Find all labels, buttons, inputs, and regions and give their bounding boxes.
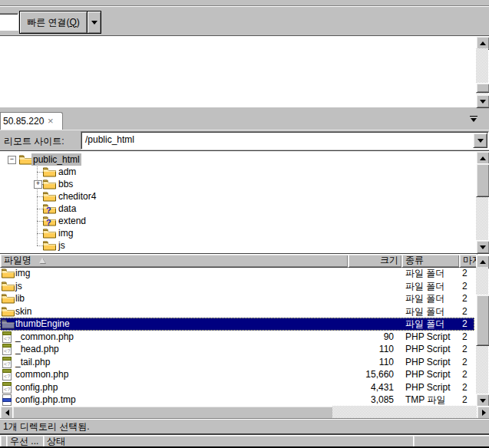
file-row-js[interactable]: js파일 폴더2 [0,280,474,293]
scrollbar-thumb[interactable] [476,295,489,346]
tree-item-label: adm [57,166,78,178]
tmp-file-icon [2,394,15,406]
file-list-rows: img파일 폴더2js파일 폴더2lib파일 폴더2skin파일 폴더2thum… [0,267,476,406]
quick-connect-dropdown-button[interactable] [87,11,101,34]
file-row-common.php[interactable]: <?common.php15,660PHP Script2 [0,368,474,381]
folder-icon [2,293,15,305]
tree-scrollbar[interactable] [476,151,488,252]
file-type: TMP 파일 [405,394,445,406]
folder-icon [43,191,56,202]
scroll-down-button[interactable] [476,240,489,254]
file-modified: 2 [462,305,474,318]
tab-close-icon[interactable]: × [48,115,54,127]
file-list-hscrollbar[interactable] [0,406,489,418]
file-name: _head.php [15,343,59,356]
file-row-config.php.tmp[interactable]: config.php.tmp3,085TMP 파일2 [0,394,474,406]
file-row-_tail.php[interactable]: <?_tail.php110PHP Script2 [0,356,474,369]
tree-connector-stub [37,196,43,197]
scrollbar-track[interactable] [332,406,477,418]
toolbar-separator [0,5,489,7]
arrow-down-icon [480,100,486,104]
folder-icon [19,154,32,165]
tree-item-label: img [57,227,74,239]
svg-text:<?: <? [4,361,10,367]
folder-icon [43,240,56,251]
php-file-icon: <? [2,344,15,355]
remote-site-path: /public_html [85,134,134,145]
sort-ascending-icon [39,258,45,263]
plus-expander-icon[interactable]: + [34,180,42,189]
scrollbar-thumb[interactable] [476,163,489,197]
tree-item-label: cheditor4 [57,190,97,203]
tree-item-extend[interactable]: ?extend [0,215,474,227]
file-modified: 2 [462,280,474,293]
arrow-down-icon [480,245,486,249]
tree-item-label: js [57,239,67,252]
column-header-label: 종류 [405,255,424,265]
file-type: 파일 폴더 [405,267,444,280]
file-type: 파일 폴더 [405,292,444,305]
tree-item-js[interactable]: js [0,239,474,252]
column-header-type[interactable]: 종류 [401,254,460,268]
file-row-_head.php[interactable]: <?_head.php110PHP Script2 [0,343,474,356]
folder-question-icon: ? [43,203,56,214]
file-name: config.php.tmp [15,394,76,406]
file-modified: 2 [462,331,474,344]
file-list-vscrollbar[interactable] [476,255,488,406]
column-header-name[interactable]: 파일명 [0,254,349,268]
remote-site-dropdown-button[interactable] [473,133,487,148]
file-row-skin[interactable]: skin파일 폴더2 [0,305,474,318]
file-modified: 2 [462,343,474,356]
file-name: skin [15,305,31,318]
file-type: PHP Script [405,381,450,394]
file-row-thumbEngine[interactable]: thumbEngine파일 폴더2 [0,318,474,331]
tree-item-adm[interactable]: adm [0,166,474,178]
column-header-label: 파일명 [4,255,31,265]
file-size: 110 [342,356,394,369]
php-file-icon: <? [2,382,15,394]
tree-item-cheditor4[interactable]: cheditor4 [0,190,474,203]
svg-text:<?: <? [4,386,10,392]
selection-status-bar: 1개 디렉토리 선택됨. [0,418,489,434]
tree-item-public_html[interactable]: −public_html [0,153,474,166]
file-type: PHP Script [405,356,450,369]
scroll-down-button[interactable] [476,94,489,108]
scrollbar-thumb[interactable] [476,83,489,93]
tab-list-bar [470,116,477,117]
file-size: 90 [342,331,394,344]
tree-connector-stub [37,209,43,209]
column-header-size[interactable]: 크기 [348,254,402,268]
file-row-img[interactable]: img파일 폴더2 [0,267,474,280]
tree-item-data[interactable]: ?data [0,203,474,215]
file-name: _tail.php [15,356,50,369]
file-name: common.php [15,368,68,381]
file-name: thumbEngine [15,318,70,331]
file-row-_common.php[interactable]: <?_common.php90PHP Script2 [0,331,474,344]
svg-text:<?: <? [4,348,10,354]
file-name: config.php [15,381,58,394]
file-name: lib [15,292,25,305]
tree-connector-stub [37,221,43,222]
server-tab[interactable]: 50.85.220 × [0,112,63,130]
file-row-lib[interactable]: lib파일 폴더2 [0,292,474,305]
file-row-config.php[interactable]: <?config.php4,431PHP Script2 [0,381,474,394]
port-input[interactable] [0,13,18,31]
folder-icon [43,179,56,189]
column-header-modified[interactable]: 마지막 수정 [459,254,477,268]
file-modified: 2 [462,394,474,406]
tree-item-img[interactable]: img [0,227,474,239]
file-modified: 2 [462,356,474,369]
arrow-up-icon [480,156,486,160]
server-tab-label: 50.85.220 [3,116,44,127]
tree-connector-stub [37,172,43,173]
arrow-up-icon [480,41,486,45]
arrow-down-icon [480,399,486,403]
quick-connect-button[interactable]: 빠른 연결(Q) [19,11,88,34]
tab-list-dropdown-icon[interactable] [470,116,477,122]
message-log-scrollbar[interactable] [476,36,488,107]
tab-list-arrow [471,118,477,122]
remote-site-combobox[interactable]: /public_html [81,131,489,150]
minus-expander-icon[interactable]: − [8,156,16,164]
tree-item-bbs[interactable]: +bbs [0,178,474,190]
file-size: 110 [342,343,394,356]
